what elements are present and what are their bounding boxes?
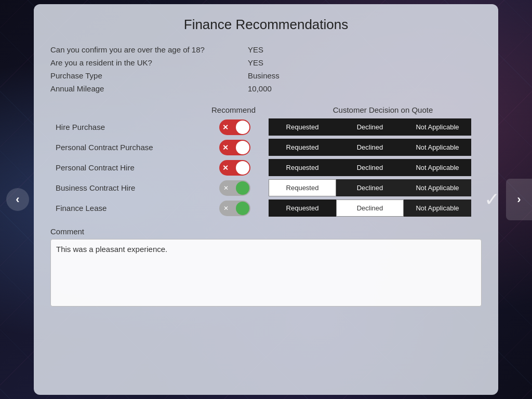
confirm-tick: ✓ xyxy=(481,188,503,211)
requested-btn-0[interactable]: Requested xyxy=(269,118,336,136)
product-label-4: Finance Lease xyxy=(50,204,201,212)
info-row-3: Annual Mileage 10,000 xyxy=(50,82,482,95)
table-row: Business Contract Hire ✕ Requested Decli… xyxy=(50,179,482,196)
forward-icon: › xyxy=(517,193,521,206)
requested-btn-2[interactable]: Requested xyxy=(269,159,336,176)
toggle-0[interactable]: ✕ xyxy=(219,119,250,135)
declined-btn-4[interactable]: Declined xyxy=(336,200,404,217)
info-value-2: Business xyxy=(248,71,280,80)
product-label-1: Personal Contract Purchase xyxy=(50,143,201,152)
declined-btn-0[interactable]: Declined xyxy=(336,118,404,136)
requested-btn-4[interactable]: Requested xyxy=(269,200,336,217)
info-section: Can you confirm you are over the age of … xyxy=(50,43,482,95)
table-row: Personal Contract Hire ✕ Requested Decli… xyxy=(50,159,482,176)
recommend-header: Recommend xyxy=(211,105,253,114)
decision-buttons-3: Requested Declined Not Applicable xyxy=(269,179,471,196)
product-label-3: Business Contract Hire xyxy=(50,183,201,192)
product-label-2: Personal Contract Hire xyxy=(50,163,201,172)
toggle-knob-0 xyxy=(236,121,249,134)
info-label-0: Can you confirm you are over the age of … xyxy=(50,45,248,54)
info-label-1: Are you a resident in the UK? xyxy=(50,58,248,67)
info-label-2: Purchase Type xyxy=(50,71,248,80)
x-icon-1: ✕ xyxy=(222,143,229,152)
not-applicable-btn-4[interactable]: Not Applicable xyxy=(404,200,471,217)
info-row-1: Are you a resident in the UK? YES xyxy=(50,56,482,69)
info-value-1: YES xyxy=(248,58,263,67)
toggle-area-2: ✕ xyxy=(201,160,269,176)
info-value-3: 10,000 xyxy=(248,84,272,93)
not-applicable-btn-0[interactable]: Not Applicable xyxy=(404,118,471,136)
decision-buttons-1: Requested Declined Not Applicable xyxy=(269,139,471,156)
info-value-0: YES xyxy=(248,45,263,54)
declined-btn-1[interactable]: Declined xyxy=(336,139,404,156)
main-panel: Finance Recommendations Can you confirm … xyxy=(34,4,498,395)
toggle-area-4: ✕ xyxy=(201,201,269,216)
declined-btn-2[interactable]: Declined xyxy=(336,159,404,176)
info-row-2: Purchase Type Business xyxy=(50,69,482,82)
rec-table-header: Recommend Customer Decision on Quote xyxy=(50,105,482,114)
requested-btn-3[interactable]: Requested xyxy=(269,179,336,196)
check-icon-3: ✕ xyxy=(223,184,229,192)
back-icon: ‹ xyxy=(16,193,19,206)
comment-section: Comment xyxy=(50,227,482,309)
toggle-knob-4 xyxy=(236,202,249,215)
toggle-area-3: ✕ xyxy=(201,180,269,196)
toggle-3[interactable]: ✕ xyxy=(219,180,250,196)
x-icon-2: ✕ xyxy=(222,164,229,172)
comment-textarea[interactable] xyxy=(50,239,482,307)
not-applicable-btn-2[interactable]: Not Applicable xyxy=(404,159,471,176)
info-label-3: Annual Mileage xyxy=(50,84,248,93)
toggle-4[interactable]: ✕ xyxy=(219,201,250,216)
forward-button[interactable]: › xyxy=(506,179,532,220)
not-applicable-btn-3[interactable]: Not Applicable xyxy=(404,179,471,196)
toggle-knob-1 xyxy=(236,141,249,154)
toggle-knob-3 xyxy=(236,181,249,195)
not-applicable-btn-1[interactable]: Not Applicable xyxy=(404,139,471,156)
back-button[interactable]: ‹ xyxy=(6,188,29,211)
comment-label: Comment xyxy=(50,227,482,236)
declined-btn-3[interactable]: Declined xyxy=(336,179,404,196)
decision-buttons-0: Requested Declined Not Applicable xyxy=(269,118,471,136)
decision-buttons-2: Requested Declined Not Applicable xyxy=(269,159,471,176)
product-label-0: Hire Purchase xyxy=(50,123,201,131)
table-row: Personal Contract Purchase ✕ Requested D… xyxy=(50,139,482,156)
decision-buttons-4: Requested Declined Not Applicable xyxy=(269,200,471,217)
info-row-0: Can you confirm you are over the age of … xyxy=(50,43,482,56)
page-title: Finance Recommendations xyxy=(50,17,482,33)
check-icon-4: ✕ xyxy=(223,205,229,212)
table-row: Hire Purchase ✕ Requested Declined Not A… xyxy=(50,118,482,136)
toggle-area-1: ✕ xyxy=(201,140,269,155)
toggle-knob-2 xyxy=(236,161,249,175)
table-row: Finance Lease ✕ Requested Declined Not A… xyxy=(50,200,482,217)
tick-icon: ✓ xyxy=(484,189,500,210)
toggle-2[interactable]: ✕ xyxy=(219,160,250,176)
recommendations-section: Recommend Customer Decision on Quote Hir… xyxy=(50,105,482,217)
requested-btn-1[interactable]: Requested xyxy=(269,139,336,156)
decision-header: Customer Decision on Quote xyxy=(284,105,482,114)
x-icon-0: ✕ xyxy=(222,123,229,131)
toggle-area-0: ✕ xyxy=(201,119,269,135)
toggle-1[interactable]: ✕ xyxy=(219,140,250,155)
